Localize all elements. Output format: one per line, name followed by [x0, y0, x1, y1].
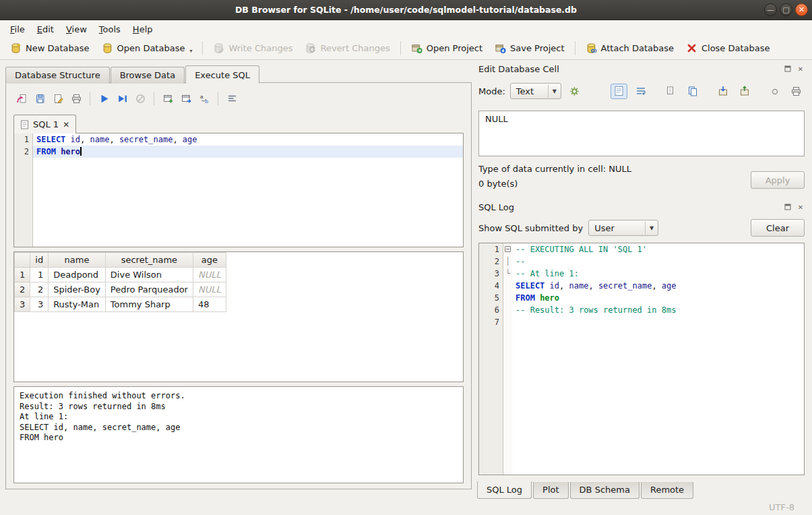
message-line: Result: 3 rows returned in 8ms — [20, 402, 458, 413]
execute-all-icon[interactable] — [96, 91, 112, 106]
table-corner-cell — [15, 253, 30, 268]
bottom-tab-sql-log[interactable]: SQL Log — [477, 481, 532, 499]
column-header-secret-name[interactable]: secret_name — [105, 253, 193, 268]
menu-file[interactable]: File — [4, 22, 31, 36]
tab-database-structure[interactable]: Database Structure — [5, 67, 110, 84]
code-line: SELECT id, name, secret_name, age — [512, 280, 804, 292]
edit-cell-header: Edit Database Cell ✕ — [478, 62, 805, 75]
maximize-button[interactable]: ▢ — [780, 3, 792, 16]
close-database-button[interactable]: Close Database — [681, 40, 776, 57]
paste-icon[interactable] — [684, 84, 701, 99]
attach-database-button[interactable]: Attach Database — [580, 40, 679, 57]
cell-value-editor[interactable]: NULL — [478, 111, 805, 156]
close-panel-icon[interactable]: ✕ — [797, 203, 805, 211]
mode-select[interactable]: Text ▼ — [510, 83, 561, 99]
code-area[interactable]: SELECT id, name, secret_name, ageFROM he… — [33, 133, 463, 247]
column-header-age[interactable]: age — [193, 253, 226, 268]
format-sql-icon[interactable] — [224, 91, 240, 106]
sql-tab-bar: SQL 1 ✕ — [13, 115, 464, 133]
close-tab-icon[interactable]: ✕ — [63, 120, 69, 129]
edit-cell-title: Edit Database Cell — [478, 64, 784, 74]
float-panel-icon[interactable] — [784, 65, 792, 73]
sql-tab[interactable]: SQL 1 ✕ — [13, 115, 76, 133]
log-code-area[interactable]: -- EXECUTING ALL IN 'SQL 1'---- At line … — [512, 243, 804, 475]
line-number: 7 — [479, 316, 503, 328]
save-sql-file-icon[interactable] — [32, 91, 48, 106]
svg-text:b: b — [205, 98, 208, 104]
bottom-tab-remote[interactable]: Remote — [641, 482, 693, 499]
column-header-name[interactable]: name — [49, 253, 106, 268]
table-cell[interactable]: Spider-Boy — [49, 282, 106, 297]
table-cell[interactable]: 3 — [30, 297, 49, 312]
print-cell-icon[interactable] — [788, 84, 805, 99]
sql-editor[interactable]: 12 SELECT id, name, secret_name, ageFROM… — [13, 133, 464, 247]
close-button[interactable]: ✕ — [795, 3, 808, 16]
line-number: 1 — [479, 243, 503, 255]
table-row: 11DeadpondDive WilsonNULL — [15, 268, 226, 282]
row-number-cell[interactable]: 1 — [15, 268, 30, 282]
copy-icon[interactable] — [662, 84, 679, 99]
table-cell[interactable]: Dive Wilson — [105, 268, 193, 282]
minimize-button[interactable]: — — [764, 3, 777, 16]
menu-edit[interactable]: Edit — [31, 22, 60, 36]
clear-button[interactable]: Clear — [751, 219, 805, 237]
bottom-tab-plot[interactable]: Plot — [533, 482, 569, 499]
fold-marker: │ — [503, 255, 512, 268]
token: , — [588, 281, 593, 291]
find-replace-icon[interactable]: ab — [196, 91, 212, 106]
row-number-cell[interactable]: 2 — [15, 282, 30, 297]
word-wrap-icon[interactable] — [632, 84, 649, 99]
settings-icon[interactable] — [566, 84, 583, 99]
set-null-icon[interactable] — [766, 84, 783, 99]
row-number-cell[interactable]: 3 — [15, 297, 30, 312]
open-sql-file-icon[interactable] — [13, 91, 30, 106]
menu-view[interactable]: View — [60, 22, 93, 36]
table-cell[interactable]: Deadpond — [49, 268, 106, 282]
new-sql-tab-icon[interactable] — [160, 91, 176, 106]
tab-execute-sql[interactable]: Execute SQL — [185, 65, 259, 84]
open-project-button[interactable]: Open Project — [406, 40, 488, 57]
title-bar[interactable]: DB Browser for SQLite - /home/user/code/… — [0, 0, 812, 20]
text-mode-icon[interactable] — [611, 84, 627, 99]
message-area[interactable]: Execution finished without errors.Result… — [13, 386, 464, 483]
new-database-button[interactable]: New Database — [5, 40, 95, 57]
table-cell[interactable]: 1 — [30, 268, 49, 282]
save-project-button[interactable]: Save Project — [489, 40, 570, 57]
table-cell[interactable]: Tommy Sharp — [105, 297, 193, 312]
submitter-select[interactable]: User ▼ — [588, 220, 658, 236]
table-cell[interactable]: NULL — [193, 268, 226, 282]
new-database-label: New Database — [26, 43, 90, 53]
float-panel-icon[interactable] — [784, 203, 792, 211]
open-sql-tab-icon[interactable] — [178, 91, 194, 106]
fold-marker[interactable]: − — [505, 246, 511, 252]
table-cell[interactable]: Pedro Parqueador — [105, 282, 193, 297]
close-panel-icon[interactable]: ✕ — [797, 65, 805, 73]
export-icon[interactable] — [736, 84, 753, 99]
menu-help[interactable]: Help — [127, 22, 159, 36]
code-line: SELECT id, name, secret_name, age — [33, 133, 463, 146]
results-grid: idnamesecret_nameage11DeadpondDive Wilso… — [14, 252, 226, 312]
sql-log-view[interactable]: 1234567 −│└ -- EXECUTING ALL IN 'SQL 1'-… — [478, 243, 805, 475]
attach-database-icon — [586, 42, 597, 54]
bottom-tab-db-schema[interactable]: DB Schema — [570, 482, 639, 499]
save-project-label: Save Project — [510, 43, 565, 53]
fold-margin: −│└ — [503, 243, 512, 475]
column-header-id[interactable]: id — [30, 253, 49, 268]
table-cell[interactable]: 2 — [30, 282, 49, 297]
edit-sql-file-icon[interactable] — [50, 91, 66, 106]
tab-browse-data[interactable]: Browse Data — [111, 67, 185, 84]
open-database-dropdown-icon[interactable]: ▾ — [189, 48, 192, 54]
token: secret_name — [119, 135, 173, 144]
menu-tools[interactable]: Tools — [93, 22, 127, 36]
window-title: DB Browser for SQLite - /home/user/code/… — [235, 5, 577, 15]
import-icon[interactable] — [714, 84, 731, 99]
table-cell[interactable]: Rusty-Man — [49, 297, 106, 312]
print-sql-icon[interactable] — [68, 91, 84, 106]
toolbar-separator — [400, 41, 401, 55]
execute-current-line-icon[interactable] — [114, 91, 130, 106]
token — [564, 281, 569, 291]
table-cell[interactable]: 48 — [193, 297, 226, 312]
open-database-button[interactable]: Open Database▾ — [96, 40, 198, 57]
sql-editor-toolbar: ab — [13, 88, 464, 109]
table-cell[interactable]: NULL — [193, 282, 226, 297]
